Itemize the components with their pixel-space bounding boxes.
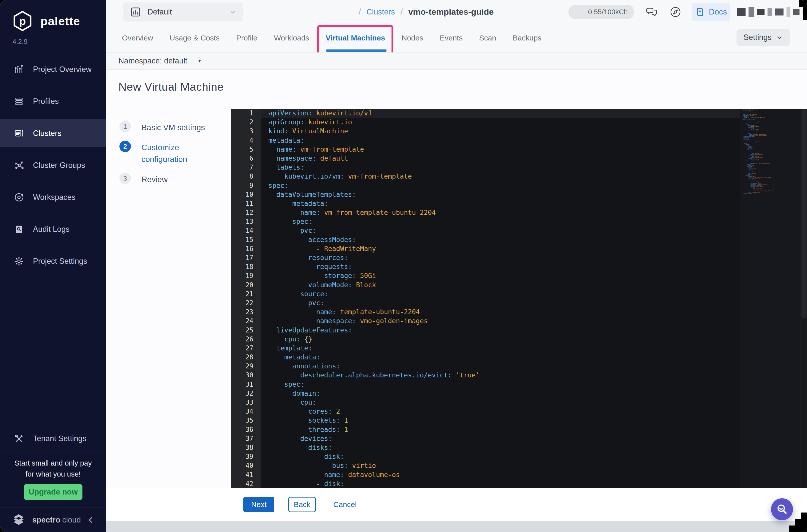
- code-line: 28 metadata:: [231, 353, 740, 362]
- line-number: 28: [231, 353, 261, 362]
- step-label: Basic VM settings: [142, 121, 205, 133]
- sidebar-item-clusters[interactable]: Clusters: [0, 119, 106, 147]
- palette-logo-icon: p: [11, 10, 34, 33]
- line-number: 40: [231, 461, 261, 470]
- brand-logo-row[interactable]: p palette: [11, 10, 80, 33]
- sidebar-item-label: Audit Logs: [33, 225, 70, 234]
- yaml-editor[interactable]: 1apiVersion: kubevirt.io/v12apiGroup: ku…: [231, 109, 807, 488]
- orbit-icon: [14, 192, 24, 202]
- next-button[interactable]: Next: [243, 497, 274, 512]
- code-line: 4metadata:: [231, 136, 740, 145]
- chevron-down-icon: [229, 8, 236, 16]
- step-2[interactable]: 2Customize configuration: [119, 140, 217, 165]
- sidebar-item-label: Project Overview: [33, 65, 91, 74]
- topbar-right: 0.55/100kCh Docs: [568, 0, 807, 24]
- scrollbar-thumb[interactable]: [802, 109, 807, 319]
- tab-usage-costs[interactable]: Usage & Costs: [170, 34, 220, 42]
- docs-label: Docs: [709, 7, 727, 17]
- sidebar-item-audit-logs[interactable]: Audit Logs: [0, 215, 106, 243]
- line-number: 42: [231, 479, 261, 488]
- line-number: 17: [231, 253, 261, 262]
- tools-icon: [14, 434, 24, 443]
- search-fab[interactable]: [771, 498, 793, 520]
- sidebar-item-label: Project Settings: [33, 257, 87, 266]
- sidebar-item-project-settings[interactable]: Project Settings: [0, 247, 106, 275]
- sidebar-item-project-overview[interactable]: Project Overview: [0, 55, 106, 83]
- tab-overview[interactable]: Overview: [122, 34, 153, 42]
- code-line: 12 name: vm-from-template-ubuntu-2204: [231, 208, 740, 217]
- pink-annotation-box: [317, 25, 393, 57]
- code-line: 42 - disk:: [231, 479, 740, 488]
- chat-icon[interactable]: [645, 5, 658, 18]
- docs-button[interactable]: Docs: [692, 3, 730, 21]
- usage-badge: 0.55/100kCh: [568, 5, 634, 19]
- line-number: 33: [231, 398, 261, 407]
- line-number: 32: [231, 389, 261, 398]
- line-number: 26: [231, 335, 261, 344]
- project-selector-value: Default: [147, 7, 172, 17]
- corner-artifact: [803, 0, 807, 20]
- upgrade-now-button[interactable]: Upgrade now: [24, 484, 82, 500]
- sidebar-item-label: Workspaces: [33, 193, 75, 202]
- compass-icon[interactable]: [669, 5, 682, 18]
- code-line: 8 kubevirt.io/vm: vm-from-template: [231, 172, 740, 181]
- line-number: 3: [231, 127, 261, 136]
- tab-scan[interactable]: Scan: [479, 34, 496, 42]
- namespace-value: Namespace: default: [118, 56, 187, 65]
- code-line: 6 namespace: default: [231, 154, 740, 163]
- code-line: 32 domain:: [231, 389, 740, 398]
- sidebar-footer: spectrocloud: [0, 508, 106, 532]
- code-line: 2apiGroup: kubevirt.io: [231, 118, 740, 127]
- app-window: p palette 4.2.9 Project OverviewProfiles…: [0, 0, 807, 532]
- cancel-button[interactable]: Cancel: [333, 500, 357, 509]
- editor-scrollbar[interactable]: [801, 109, 807, 488]
- collapse-sidebar-icon[interactable]: [87, 516, 95, 524]
- tab-nodes[interactable]: Nodes: [401, 34, 423, 42]
- breadcrumb-separator: /: [400, 7, 403, 17]
- nodes-icon: [14, 160, 24, 170]
- code-line: 29 annotations:: [231, 362, 740, 370]
- step-1[interactable]: 1Basic VM settings: [119, 121, 205, 133]
- code-line: 39 - disk:: [231, 452, 740, 461]
- line-number: 41: [231, 470, 261, 479]
- sidebar-item-label: Profiles: [33, 97, 59, 106]
- line-number: 29: [231, 362, 261, 370]
- sidebar-item-profiles[interactable]: Profiles: [0, 88, 106, 115]
- tab-backups[interactable]: Backups: [513, 34, 541, 42]
- code-line: 31 spec:: [231, 380, 740, 389]
- tab-bar: OverviewUsage & CostsProfileWorkloadsVir…: [106, 24, 807, 53]
- sidebar-item-cluster-groups[interactable]: Cluster Groups: [0, 151, 106, 179]
- code-line: 34 cores: 2: [231, 407, 740, 416]
- step-circle[interactable]: 2: [119, 140, 131, 152]
- back-button[interactable]: Back: [288, 497, 316, 512]
- line-number: 22: [231, 299, 261, 307]
- code-line: 7 labels:: [231, 163, 740, 172]
- namespace-row: Namespace: default ▼: [106, 53, 807, 70]
- code-line: 15 accessModes:: [231, 235, 740, 244]
- chevron-down-icon: [776, 34, 783, 41]
- sidebar-item-tenant-settings[interactable]: Tenant Settings: [0, 424, 106, 453]
- breadcrumb-separator: /: [358, 7, 361, 17]
- line-number: 31: [231, 380, 261, 389]
- step-circle[interactable]: 1: [119, 121, 131, 132]
- step-label: Review: [142, 173, 168, 185]
- corner-artifact: [789, 526, 807, 532]
- step-circle[interactable]: 3: [119, 173, 131, 184]
- line-number: 16: [231, 244, 261, 253]
- code-line: 36 threads: 1: [231, 425, 740, 434]
- settings-button[interactable]: Settings: [736, 29, 790, 46]
- step-3[interactable]: 3Review: [119, 173, 168, 185]
- line-number: 13: [231, 217, 261, 226]
- tab-profile[interactable]: Profile: [236, 34, 257, 42]
- line-number: 14: [231, 226, 261, 235]
- project-selector[interactable]: Default: [123, 2, 243, 21]
- namespace-select[interactable]: Namespace: default ▼: [118, 53, 202, 70]
- code-line: 40 bus: virtio: [231, 461, 740, 470]
- tab-events[interactable]: Events: [440, 34, 463, 42]
- breadcrumb: /Clusters/vmo-templates-guide: [358, 0, 494, 24]
- sidebar-item-workspaces[interactable]: Workspaces: [0, 183, 106, 211]
- breadcrumb-item-clusters[interactable]: Clusters: [367, 7, 395, 17]
- tab-workloads[interactable]: Workloads: [274, 34, 309, 42]
- heading-band: New Virtual Machine: [106, 70, 807, 109]
- editor-minimap[interactable]: apiVersion: kubevirt.io/v1apiGroup: kube…: [740, 109, 801, 488]
